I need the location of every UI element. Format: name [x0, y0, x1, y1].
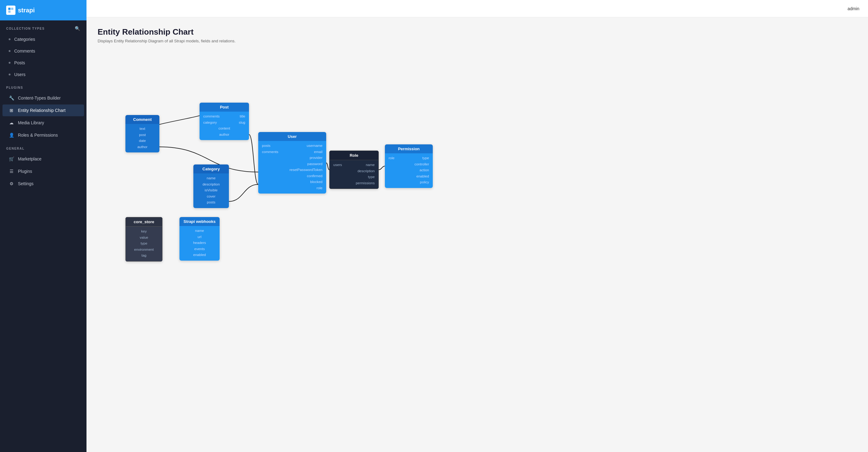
er-diagram: Comment text post date author Post comme…	[98, 53, 857, 239]
sidebar-item-comments[interactable]: Comments	[2, 46, 84, 57]
plugins-label: Plugins	[0, 80, 87, 92]
main-content: admin Entity Relationship Chart Displays…	[87, 0, 868, 452]
strapi-logo: strapi	[6, 5, 35, 15]
er-node-user-body: postsusername commentsemail provider pas…	[258, 141, 326, 194]
er-node-post-body: commentstitle categoryslug content autho…	[199, 112, 249, 140]
topbar: admin	[87, 0, 868, 17]
sidebar-item-plugins[interactable]: ☰ Plugins	[2, 165, 84, 177]
er-node-category-header: Category	[193, 165, 229, 173]
dot-icon	[9, 74, 10, 76]
er-node-permission-body: roletype controller action enabled polic…	[385, 153, 433, 188]
strapi-logo-text: strapi	[18, 7, 35, 14]
er-node-comment: Comment text post date author	[125, 115, 159, 152]
strapi-logo-icon	[6, 5, 16, 15]
page-title: Entity Relationship Chart	[98, 27, 857, 37]
sidebar: strapi Collection Types 🔍 Categories Com…	[0, 0, 87, 452]
er-node-core-store-header: core_store	[125, 217, 162, 227]
er-node-role-body: usersname description type permissions	[329, 160, 379, 189]
svg-rect-0	[8, 8, 10, 10]
page-subtitle: Displays Entity Relationship Diagram of …	[98, 39, 857, 43]
sidebar-item-content-types-builder[interactable]: 🔧 Content-Types Builder	[2, 92, 84, 104]
er-node-user-header: User	[258, 132, 326, 141]
svg-rect-1	[11, 8, 13, 10]
sidebar-item-roles-permissions[interactable]: 👤 Roles & Permissions	[2, 129, 84, 141]
sidebar-item-posts[interactable]: Posts	[2, 57, 84, 68]
plugins-icon: ☰	[9, 169, 14, 174]
er-node-category-body: name description isVisible cover posts	[193, 173, 229, 208]
content-area: Entity Relationship Chart Displays Entit…	[87, 17, 868, 452]
er-node-comment-header: Comment	[125, 115, 159, 124]
er-node-post-header: Post	[199, 103, 249, 112]
sidebar-item-users[interactable]: Users	[2, 69, 84, 80]
admin-label: admin	[847, 6, 859, 11]
er-node-comment-body: text post date author	[125, 124, 159, 152]
er-node-strapi-webhooks-header: Strapi webhooks	[180, 217, 220, 226]
er-node-category: Category name description isVisible cove…	[193, 165, 229, 208]
dot-icon	[9, 50, 10, 52]
search-icon[interactable]: 🔍	[75, 26, 81, 31]
er-node-permission-header: Permission	[385, 144, 433, 153]
media-library-icon: ☁	[9, 120, 14, 125]
er-node-core-store: core_store key value type environment ta…	[125, 217, 162, 261]
general-label: General	[0, 141, 87, 153]
sidebar-item-entity-relationship-chart[interactable]: ⊞ Entity Relationship Chart	[2, 105, 84, 116]
dot-icon	[9, 38, 10, 40]
er-node-role: Role usersname description type permissi…	[329, 150, 379, 189]
roles-permissions-icon: 👤	[9, 132, 14, 138]
er-chart-icon: ⊞	[9, 108, 14, 113]
er-node-user: User postsusername commentsemail provide…	[258, 132, 326, 194]
er-connections	[98, 53, 857, 239]
er-node-strapi-webhooks: Strapi webhooks name url headers events …	[180, 217, 220, 261]
er-node-core-store-body: key value type environment tag	[125, 227, 162, 261]
sidebar-item-media-library[interactable]: ☁ Media Library	[2, 117, 84, 129]
er-node-role-header: Role	[329, 150, 379, 160]
sidebar-item-categories[interactable]: Categories	[2, 34, 84, 45]
content-types-builder-icon: 🔧	[9, 95, 14, 101]
er-node-post: Post commentstitle categoryslug content …	[199, 103, 249, 140]
er-node-permission: Permission roletype controller action en…	[385, 144, 433, 188]
er-node-strapi-webhooks-body: name url headers events enabled	[180, 226, 220, 261]
svg-rect-2	[8, 10, 10, 13]
collection-types-label: Collection Types 🔍	[0, 20, 87, 33]
sidebar-item-marketplace[interactable]: 🛒 Marketplace	[2, 153, 84, 165]
marketplace-icon: 🛒	[9, 156, 14, 162]
sidebar-header: strapi	[0, 0, 87, 20]
dot-icon	[9, 62, 10, 64]
settings-icon: ⚙	[9, 181, 14, 187]
sidebar-item-settings[interactable]: ⚙ Settings	[2, 178, 84, 190]
